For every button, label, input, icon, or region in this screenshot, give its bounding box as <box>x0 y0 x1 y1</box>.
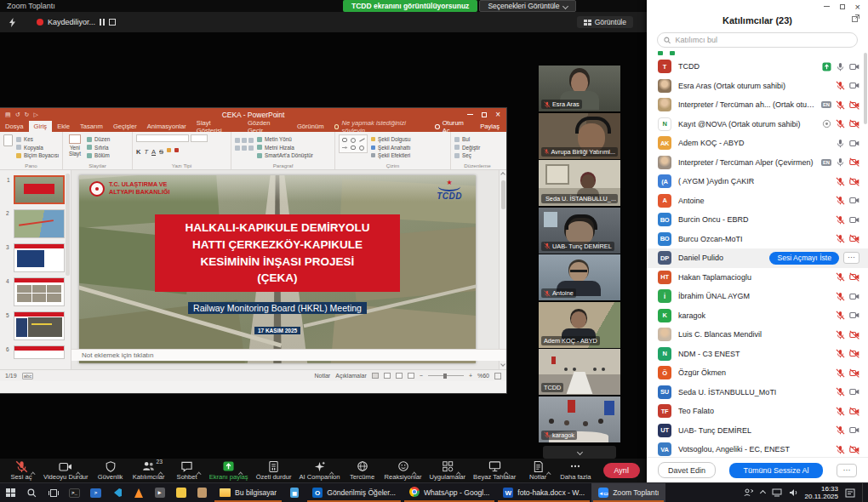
toolbar-ai-button[interactable]: AI Companion <box>299 459 340 482</box>
chevron-up-icon[interactable] <box>159 464 163 479</box>
document-app-icon[interactable] <box>191 483 213 502</box>
media-player-icon[interactable]: ▸ <box>149 483 170 502</box>
cut-button[interactable]: Kes <box>16 136 59 142</box>
ppt-tab-Giriş[interactable]: Giriş <box>29 121 53 132</box>
chevron-up-icon[interactable] <box>31 464 35 479</box>
participant-row[interactable]: UTUAB- Tunç DEMİREL <box>647 421 868 441</box>
participant-row[interactable]: TTCDD <box>647 57 868 77</box>
shape-effects-button[interactable]: Şekil Efektleri <box>371 152 411 158</box>
underline-button[interactable]: A <box>151 148 156 156</box>
find-button[interactable]: Bul <box>454 136 480 142</box>
panel-minimize-button[interactable] <box>824 6 830 8</box>
format-painter-button[interactable]: Biçim Boyacısı <box>16 152 59 158</box>
shape-outline-button[interactable]: Şekil Anahattı <box>371 145 411 151</box>
comments-toggle[interactable]: Açıklamalar <box>335 373 367 379</box>
zoom-in-icon[interactable]: + <box>469 373 472 379</box>
vlc-icon[interactable] <box>128 483 149 502</box>
ppt-minimize-button[interactable] <box>467 114 473 116</box>
chevron-up-icon[interactable] <box>239 464 243 479</box>
slide-thumbnail-2[interactable]: 2 <box>14 209 65 238</box>
chevron-up-icon[interactable] <box>197 464 201 479</box>
participant-row[interactable]: Luis C. Blancas Mendivil <box>647 325 868 345</box>
video-tile[interactable]: TCDD <box>539 349 620 395</box>
toolbar-share-screen-button[interactable]: Ekranı paylaş <box>209 459 248 482</box>
slide-thumbnail-5[interactable]: 5 <box>14 311 65 340</box>
participants-more-button[interactable]: ··· <box>837 464 857 477</box>
slide-title-banner[interactable]: HALKALI-KAPIKULE DEMİRYOLU HATTI ÇERKEZK… <box>155 214 401 291</box>
toolbar-more-button[interactable]: Daha fazla <box>560 459 591 482</box>
participant-row[interactable]: AAntoine <box>647 191 868 211</box>
align-text-button[interactable]: Metni Hizala <box>257 145 313 151</box>
video-tile[interactable]: Esra Aras <box>539 66 620 111</box>
editor-scrollbar[interactable] <box>499 170 506 369</box>
bullets-icon[interactable] <box>235 138 240 143</box>
ppt-restore-button[interactable] <box>482 112 487 117</box>
toolbar-notes-button[interactable]: Notlar <box>523 459 552 482</box>
slide-editor[interactable]: T.C. ULAŞTIRMA VEALTYAPI BAKANLIĞI ★ TCD… <box>71 170 506 369</box>
slide-thumbnail-1[interactable]: 1 <box>14 175 65 204</box>
ppt-close-button[interactable]: × <box>495 111 500 118</box>
panel-close-button[interactable]: × <box>855 3 860 10</box>
font-size-box[interactable] <box>191 134 208 142</box>
toolbar-smiley-button[interactable]: Reaksiyonlar <box>385 459 422 482</box>
yellow-app-icon[interactable] <box>170 483 191 502</box>
video-tile[interactable]: UAB- Tunç DEMİREL <box>539 208 620 254</box>
ppt-tab-Tasarım[interactable]: Tasarım <box>75 121 108 132</box>
participant-row[interactable]: (A( AYGM )Aydın ÇAKIR <box>647 172 868 191</box>
slide-thumbnails[interactable]: 1 2 3 4 5 6 <box>0 170 71 381</box>
line-shape-icon[interactable] <box>359 138 365 141</box>
chevron-up-icon[interactable] <box>330 464 334 479</box>
people-tray-icon[interactable] <box>744 488 754 497</box>
participant-row[interactable]: Interpreter / Tercüman ah... (Ortak otur… <box>647 95 868 115</box>
taskbar-app-zoom[interactable]: ◄▭Zoom Toplantı <box>591 483 665 502</box>
scrollbar-thumb[interactable] <box>501 180 505 209</box>
zoom-percent[interactable]: %60 <box>477 373 489 379</box>
smartart-button[interactable]: SmartArt'a Dönüştür <box>257 152 313 158</box>
toolbar-shield-button[interactable]: Güvenlik <box>96 459 125 482</box>
frame-shape-icon[interactable] <box>351 145 356 150</box>
reset-button[interactable]: Sıfırla <box>87 145 110 151</box>
tray-chevron-up-icon[interactable] <box>760 489 766 495</box>
toolbar-summary-button[interactable]: Özeti durdur <box>256 459 292 482</box>
ppt-share-button[interactable]: Paylaş <box>480 123 500 130</box>
slide-thumbnail-4[interactable]: 4 <box>14 277 65 306</box>
participant-row[interactable]: SUSeda U. İSTANBULLU_MoTI <box>647 383 868 402</box>
ppt-tab-Dosya[interactable]: Dosya <box>0 121 29 132</box>
reading-view-icon[interactable] <box>396 373 403 379</box>
align-right-icon[interactable] <box>248 145 254 151</box>
copy-button[interactable]: Kopyala <box>16 145 59 151</box>
participant-row[interactable]: DPDaniel PulidoSesi Açmayı İste··· <box>647 248 868 268</box>
participant-row[interactable]: İİbrahim ÜNAL AYGM <box>647 287 868 306</box>
participant-row[interactable]: BOBurcu Ozcan-MoTI <box>647 230 868 249</box>
ppt-tab-Görünüm[interactable]: Görünüm <box>292 121 329 132</box>
taskbar-app-outlook[interactable]: OGönderilmiş Öğeler... <box>306 483 403 502</box>
fit-slide-icon[interactable] <box>494 373 501 379</box>
video-tile[interactable]: Antoine <box>539 254 620 300</box>
numbering-icon[interactable] <box>242 138 247 143</box>
participant-row[interactable]: VAVotsoglou, Angeliki - EC, ENEST <box>647 440 868 457</box>
new-slide-button[interactable]: Yeni Slayt <box>66 134 83 157</box>
tell-me-box[interactable]: Ne yapmak istediğinizi söyleyin... <box>329 121 435 132</box>
participant-row[interactable]: Esra Aras (Ortak oturum sahibi) <box>647 77 868 96</box>
text-direction-button[interactable]: Metin Yönü <box>257 136 313 142</box>
thumbnails-scrollbar[interactable] <box>66 174 70 276</box>
ppt-tab-Slayt Gösterisi[interactable]: Slayt Gösterisi <box>191 121 243 132</box>
rectangle-shape-icon[interactable] <box>342 138 347 142</box>
participant-row[interactable]: Kkaragok <box>647 306 868 326</box>
action-center-icon[interactable] <box>845 488 855 498</box>
vscode-icon[interactable] <box>106 483 128 502</box>
strikethrough-button[interactable]: S <box>159 148 163 156</box>
start-button[interactable] <box>0 483 21 502</box>
video-tile[interactable]: Adem KOÇ - ABYD <box>539 302 620 348</box>
invite-button[interactable]: Davet Edin <box>658 462 716 478</box>
normal-view-icon[interactable] <box>372 373 379 379</box>
chevron-up-icon[interactable] <box>457 464 460 479</box>
taskbar-search-icon[interactable] <box>21 483 43 502</box>
volume-icon[interactable] <box>789 488 798 497</box>
taskbar-clock[interactable]: 16:33 20.11.2025 <box>805 485 838 500</box>
ppt-tab-Ekle[interactable]: Ekle <box>52 121 75 132</box>
ppt-tab-Gözden Geçir[interactable]: Gözden Geçir <box>243 121 292 132</box>
toolbar-whiteboard-button[interactable]: Beyaz Tahtalar <box>473 459 516 482</box>
show-desktop-button[interactable] <box>862 483 865 502</box>
font-color-icon[interactable] <box>174 148 179 152</box>
